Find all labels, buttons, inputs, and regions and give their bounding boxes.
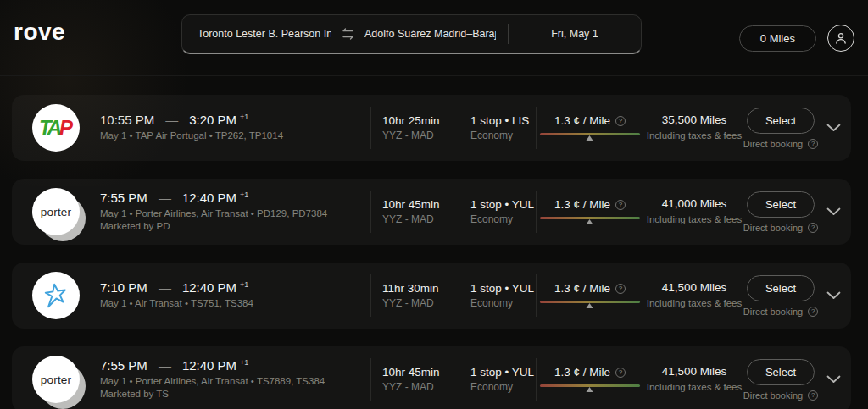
flight-info-cell: 7:55 PM — 12:40 PM +1 May 1 • Porter Air… bbox=[100, 191, 370, 234]
value-gauge bbox=[540, 301, 640, 309]
select-cell: Select Direct booking ? bbox=[745, 275, 816, 317]
flight-times: 10:55 PM — 3:20 PM +1 bbox=[100, 113, 370, 127]
expand-chevron[interactable] bbox=[816, 124, 851, 132]
miles-cost-cell: 41,500 Miles Including taxes & fees bbox=[643, 365, 745, 395]
departure-time: 10:55 PM bbox=[100, 113, 154, 127]
brand-logo[interactable]: rove bbox=[14, 19, 65, 46]
duration: 11hr 30min bbox=[382, 282, 470, 295]
rate-cell: 1.3 ¢ / Mile ? bbox=[537, 282, 643, 309]
flight-result-row[interactable]: porter 7:55 PM — 12:40 PM +1 May 1 • Por… bbox=[12, 346, 851, 409]
cabin-class: Economy bbox=[470, 381, 536, 393]
value-gauge-marker bbox=[587, 387, 593, 392]
miles-cost-cell: 41,500 Miles Including taxes & fees bbox=[643, 281, 745, 311]
flight-result-row[interactable]: porter 7:55 PM — 12:40 PM +1 May 1 • Por… bbox=[12, 179, 851, 245]
arrival-time: 12:40 PM bbox=[182, 358, 236, 373]
flight-result-row[interactable]: TAP 10:55 PM — 3:20 PM +1 May 1 • TAP Ai… bbox=[12, 95, 851, 161]
flight-times: 7:10 PM — 12:40 PM +1 bbox=[100, 280, 370, 295]
arrival-time: 12:40 PM bbox=[182, 280, 236, 295]
booking-help-icon[interactable]: ? bbox=[808, 307, 818, 317]
airline-logo-cell: porter bbox=[12, 356, 100, 403]
flight-details: May 1 • Porter Airlines, Air Transat • P… bbox=[100, 207, 370, 221]
arrival-time: 3:20 PM bbox=[189, 113, 236, 127]
taxes-note: Including taxes & fees bbox=[643, 297, 745, 311]
select-button[interactable]: Select bbox=[747, 191, 815, 218]
stops: 1 stop • YUL bbox=[470, 282, 536, 295]
plus-days-badge: +1 bbox=[240, 280, 248, 289]
arrival-time: 12:40 PM bbox=[182, 191, 236, 205]
booking-type-note: Direct booking bbox=[743, 390, 803, 401]
rate-help-icon[interactable]: ? bbox=[615, 116, 626, 126]
select-button[interactable]: Select bbox=[747, 275, 815, 301]
stops-cell: 1 stop • YUL Economy bbox=[470, 282, 536, 309]
miles-balance-button[interactable]: 0 Miles bbox=[739, 25, 816, 52]
select-cell: Select Direct booking ? bbox=[745, 191, 816, 233]
value-gauge bbox=[540, 133, 640, 141]
booking-type-note: Direct booking bbox=[743, 223, 803, 233]
rate-cell: 1.3 ¢ / Mile ? bbox=[537, 198, 643, 225]
duration: 10hr 45min bbox=[382, 198, 470, 211]
rate-help-icon[interactable]: ? bbox=[615, 368, 626, 378]
person-icon bbox=[834, 31, 848, 45]
rate-cell: 1.3 ¢ / Mile ? bbox=[537, 114, 643, 141]
booking-help-icon[interactable]: ? bbox=[808, 139, 818, 149]
booking-type-note: Direct booking bbox=[743, 307, 803, 317]
origin-field[interactable]: Toronto Lester B. Pearson Interr bbox=[198, 28, 331, 40]
plus-days-badge: +1 bbox=[240, 113, 248, 121]
duration-cell: 11hr 30min YYZ - MAD bbox=[371, 282, 470, 309]
route-codes: YYZ - MAD bbox=[382, 213, 470, 225]
flight-details: May 1 • Porter Airlines, Air Transat • T… bbox=[100, 375, 370, 389]
rate-cell: 1.3 ¢ / Mile ? bbox=[537, 366, 643, 393]
rate-per-mile: 1.3 ¢ / Mile bbox=[554, 366, 610, 379]
airline-logo-cell: TAP bbox=[12, 104, 100, 152]
expand-chevron[interactable] bbox=[816, 375, 851, 384]
flight-result-row[interactable]: 7:10 PM — 12:40 PM +1 May 1 • Air Transa… bbox=[12, 263, 851, 329]
origin-airport-text: Toronto Lester B. Pearson Interr bbox=[198, 28, 331, 40]
booking-help-icon[interactable]: ? bbox=[808, 390, 818, 401]
chevron-down-icon bbox=[826, 291, 841, 300]
chevron-down-icon bbox=[826, 207, 841, 216]
expand-chevron[interactable] bbox=[816, 291, 851, 300]
cabin-class: Economy bbox=[470, 130, 536, 141]
date-field[interactable]: Fri, May 1 bbox=[509, 28, 641, 40]
value-gauge bbox=[540, 217, 640, 225]
value-gauge-marker bbox=[587, 135, 593, 141]
taxes-note: Including taxes & fees bbox=[643, 381, 745, 395]
miles-cost: 35,500 Miles bbox=[643, 113, 745, 126]
stops: 1 stop • LIS bbox=[470, 114, 536, 127]
select-button[interactable]: Select bbox=[747, 359, 815, 385]
times-separator: — bbox=[159, 358, 171, 373]
times-separator: — bbox=[165, 113, 178, 127]
account-avatar[interactable] bbox=[827, 25, 854, 52]
select-cell: Select Direct booking ? bbox=[745, 359, 816, 401]
times-separator: — bbox=[159, 191, 171, 205]
stops-cell: 1 stop • YUL Economy bbox=[470, 366, 536, 393]
stops: 1 stop • YUL bbox=[470, 198, 536, 211]
booking-help-icon[interactable]: ? bbox=[808, 223, 818, 233]
miles-cost: 41,000 Miles bbox=[643, 197, 745, 210]
transat-logo-circle bbox=[32, 272, 80, 319]
swap-airports-icon[interactable] bbox=[342, 28, 354, 40]
value-gauge-marker bbox=[587, 303, 593, 308]
plus-days-badge: +1 bbox=[240, 191, 248, 199]
expand-chevron[interactable] bbox=[816, 207, 851, 216]
flight-details: May 1 • Air Transat • TS751, TS384 bbox=[100, 297, 370, 311]
flight-times: 7:55 PM — 12:40 PM +1 bbox=[100, 358, 370, 373]
cabin-class: Economy bbox=[470, 297, 536, 309]
chevron-down-icon bbox=[826, 375, 841, 384]
departure-time: 7:10 PM bbox=[100, 280, 147, 295]
cabin-class: Economy bbox=[470, 213, 536, 225]
rate-help-icon[interactable]: ? bbox=[615, 200, 626, 210]
porter-airlines-logo: porter bbox=[32, 356, 80, 403]
rate-help-icon[interactable]: ? bbox=[615, 284, 626, 294]
flight-times: 7:55 PM — 12:40 PM +1 bbox=[100, 191, 370, 205]
duration-cell: 10hr 45min YYZ - MAD bbox=[371, 366, 470, 393]
flight-info-cell: 10:55 PM — 3:20 PM +1 May 1 • TAP Air Po… bbox=[100, 113, 370, 143]
flight-details: May 1 • TAP Air Portugal • TP262, TP1014 bbox=[100, 130, 370, 143]
select-button[interactable]: Select bbox=[747, 108, 815, 134]
destination-field[interactable]: Adolfo Suárez Madrid–Barajas Ai bbox=[364, 28, 496, 40]
value-gauge bbox=[540, 384, 640, 393]
tap-logo-circle: TAP bbox=[32, 104, 80, 152]
taxes-note: Including taxes & fees bbox=[643, 130, 745, 143]
select-cell: Select Direct booking ? bbox=[745, 108, 816, 149]
rate-per-mile: 1.3 ¢ / Mile bbox=[554, 282, 610, 295]
